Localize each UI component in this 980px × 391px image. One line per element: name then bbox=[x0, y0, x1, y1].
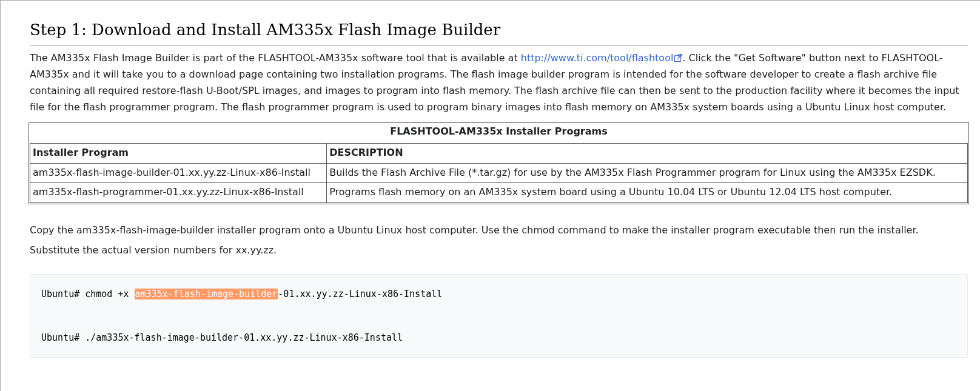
code-line-1-pre: Ubuntu# chmod +x bbox=[41, 289, 135, 299]
table-caption: FLASHTOOL-AM335x Installer Programs bbox=[30, 124, 968, 143]
code-line-2: Ubuntu# ./am335x-flash-image-builder-01.… bbox=[41, 332, 403, 343]
external-link-icon bbox=[674, 50, 682, 58]
section-heading: Step 1: Download and Install AM335x Flas… bbox=[30, 18, 968, 46]
col-header-description: DESCRIPTION bbox=[327, 143, 968, 163]
cell-program: am335x-flash-image-builder-01.xx.yy.zz-L… bbox=[30, 163, 327, 183]
link-text: http://www.ti.com/tool/flashtool bbox=[521, 52, 674, 64]
installer-programs-table: FLASHTOOL-AM335x Installer Programs Inst… bbox=[30, 124, 968, 202]
intro-text-before-link: The AM335x Flash Image Builder is part o… bbox=[30, 52, 521, 64]
code-block: Ubuntu# chmod +x am335x-flash-image-buil… bbox=[30, 274, 968, 358]
table-row: am335x-flash-programmer-01.xx.yy.zz-Linu… bbox=[30, 183, 968, 203]
code-line-1-post: -01.xx.yy.zz-Linux-x86-Install bbox=[278, 289, 442, 299]
table-header-row: Installer Program DESCRIPTION bbox=[30, 143, 968, 163]
after-table-paragraph: Copy the am335x-flash-image-builder inst… bbox=[30, 220, 968, 261]
cell-description: Builds the Flash Archive File (*.tar.gz)… bbox=[327, 163, 968, 183]
col-header-program: Installer Program bbox=[30, 143, 327, 163]
table-row: am335x-flash-image-builder-01.xx.yy.zz-L… bbox=[30, 163, 968, 183]
flashtool-link[interactable]: http://www.ti.com/tool/flashtool bbox=[521, 52, 683, 64]
cell-program: am335x-flash-programmer-01.xx.yy.zz-Linu… bbox=[30, 183, 327, 203]
intro-paragraph: The AM335x Flash Image Builder is part o… bbox=[30, 50, 968, 116]
cell-description: Programs flash memory on an AM335x syste… bbox=[327, 183, 968, 203]
highlighted-text: am335x-flash-image-builder bbox=[135, 289, 278, 299]
